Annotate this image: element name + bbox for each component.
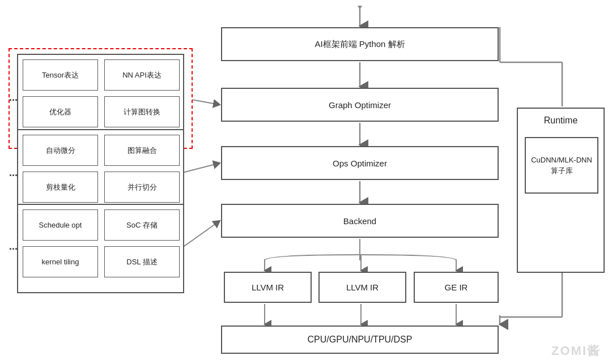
soc-storage-label: SoC 存储 bbox=[126, 220, 158, 230]
nn-api-label: NN API表达 bbox=[122, 70, 162, 80]
graph-optimizer-box: Graph Optimizer bbox=[221, 88, 499, 122]
tensor-cell: Tensor表达 bbox=[23, 59, 98, 91]
dsl-label: DSL 描述 bbox=[126, 257, 157, 267]
graph-optimizer-label: Graph Optimizer bbox=[329, 100, 391, 110]
svg-line-18 bbox=[182, 221, 220, 247]
ai-frontend-box: AI框架前端 Python 解析 bbox=[221, 27, 499, 61]
runtime-label: Runtime bbox=[518, 115, 604, 126]
schedule-opt-cell: Schedule opt bbox=[23, 209, 98, 241]
graph-convert-label: 计算图转换 bbox=[124, 107, 160, 117]
pruning-cell: 剪枝量化 bbox=[23, 172, 98, 203]
cudnn-label: CuDNN/MLK-DNN 算子库 bbox=[531, 155, 592, 177]
tensor-label: Tensor表达 bbox=[42, 70, 79, 80]
cpu-gpu-label: CPU/GPU/NPU/TPU/DSP bbox=[308, 335, 413, 345]
parallel-cell: 并行切分 bbox=[104, 172, 180, 203]
dots-1: ... bbox=[9, 92, 18, 104]
schedule-opt-label: Schedule opt bbox=[39, 221, 82, 229]
watermark: ZOMI酱 bbox=[551, 342, 601, 359]
ops-optimizer-box: Ops Optimizer bbox=[221, 146, 499, 180]
graph-convert-cell: 计算图转换 bbox=[104, 96, 180, 127]
auto-diff-cell: 自动微分 bbox=[23, 135, 98, 166]
graph-fusion-cell: 图算融合 bbox=[104, 135, 180, 166]
kernel-tiling-cell: kernel tiling bbox=[23, 246, 98, 277]
optimizer-cell: 优化器 bbox=[23, 96, 98, 127]
svg-line-17 bbox=[182, 163, 220, 173]
backend-label: Backend bbox=[343, 216, 376, 226]
ge-ir-box: GE IR bbox=[414, 272, 499, 303]
pruning-label: 剪枝量化 bbox=[46, 182, 75, 192]
diagram-container: AI框架前端 Python 解析 Graph Optimizer Ops Opt… bbox=[0, 0, 612, 364]
ops-optimizer-label: Ops Optimizer bbox=[333, 159, 387, 168]
llvm-ir-1-box: LLVM IR bbox=[224, 272, 312, 303]
graph-fusion-label: 图算融合 bbox=[128, 145, 157, 156]
auto-diff-label: 自动微分 bbox=[46, 145, 75, 156]
ai-frontend-label: AI框架前端 Python 解析 bbox=[314, 39, 405, 50]
dots-3: ... bbox=[9, 241, 18, 252]
solid-group-3: Schedule opt SoC 存储 kernel tiling DSL 描述 bbox=[17, 204, 184, 293]
llvm-ir-2-label: LLVM IR bbox=[346, 282, 379, 292]
svg-marker-5 bbox=[358, 6, 362, 10]
dots-2: ... bbox=[9, 167, 18, 179]
nn-api-cell: NN API表达 bbox=[104, 59, 180, 91]
cpu-gpu-box: CPU/GPU/NPU/TPU/DSP bbox=[221, 326, 499, 354]
soc-storage-cell: SoC 存储 bbox=[104, 209, 180, 241]
optimizer-label: 优化器 bbox=[49, 107, 71, 117]
llvm-ir-1-label: LLVM IR bbox=[252, 282, 284, 292]
llvm-ir-2-box: LLVM IR bbox=[318, 272, 406, 303]
parallel-label: 并行切分 bbox=[128, 182, 157, 192]
backend-box: Backend bbox=[221, 204, 499, 238]
kernel-tiling-label: kernel tiling bbox=[42, 258, 79, 266]
cudnn-box: CuDNN/MLK-DNN 算子库 bbox=[525, 137, 598, 194]
dsl-cell: DSL 描述 bbox=[104, 246, 180, 277]
ge-ir-label: GE IR bbox=[445, 282, 468, 292]
runtime-box: Runtime CuDNN/MLK-DNN 算子库 bbox=[517, 108, 605, 273]
